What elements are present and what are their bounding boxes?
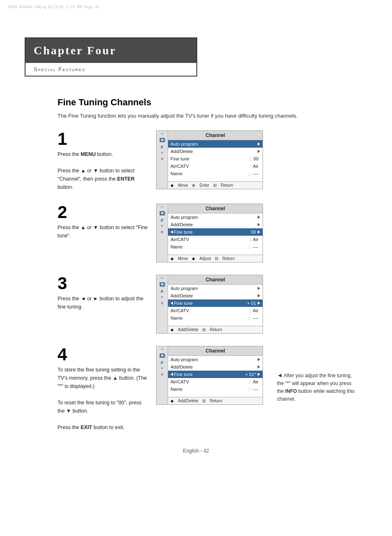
menu-2-footer: ◆Move ◆Adjust ⊟Return [168,255,263,262]
step-4-wrapper: 4 To store the fine tuning setting in th… [58,346,359,432]
menu-row-air-catv-1: Air/CATV : Air [168,162,263,170]
step-3: 3 Press the ◄ or ► button to adjust the … [58,275,359,334]
tv-icon-channel-4: 🔲 [159,353,165,358]
tv-icon-sound-4: 🔊 [160,360,164,364]
step-3-menu: ▭ 🔲 🔊 ✕ ⚙ Channel Auto program Add/Delet… [156,275,263,334]
menu-row-air-2: Air/CATV : Air [168,236,263,243]
menu-row-name-2: Name : ---- [168,243,263,251]
menu-row-add-delete: Add/Delete [168,148,263,155]
tv-icon-channel-3: 🔲 [159,282,165,287]
menu-row-fine-tune-3: Fine tune + 01 [168,299,263,307]
step-4-left: 4 To store the fine tuning setting in th… [58,346,148,432]
menu-row-auto-4: Auto program [168,356,263,363]
chapter-title: Chapter Four [34,44,188,57]
menu-row-name-1: Name : ---- [168,170,263,177]
menu-4-footer: ◆Add/Delete ⊟Return [168,397,263,404]
tv-icon-sound-3: 🔊 [160,289,164,293]
menu-row-name-4: Name : ---- [168,385,263,393]
menu-1-title: Channel [168,131,263,140]
tv-icon-setup-3: ⚙ [161,302,164,305]
tv-icon-setup-2: ⚙ [161,230,164,234]
section-title: Fine Tuning Channels [58,97,359,108]
step-1-number: 1 [58,130,148,148]
menu-row-adddel-2: Add/Delete [168,221,263,228]
main-content: Fine Tuning Channels The Fine Tuning fun… [58,97,359,432]
step-4-main: 4 To store the fine tuning setting in th… [58,346,269,432]
menu-row-adddel-4: Add/Delete [168,363,263,371]
step-1-menu: ▭ 🔲 🔊 ✕ ⚙ Channel Auto program Add/Delet… [156,130,263,189]
menu-row-fine-tune-2: Fine tune 00 [168,228,263,236]
chapter-subtitle: Special Features [34,66,188,72]
step-1-left: 1 Press the MENU button. Press the ▲ or … [58,130,148,191]
menu-row-auto-program: Auto program [168,140,263,148]
tv-icon-tv-2: ▭ [161,205,164,209]
step-3-left: 3 Press the ◄ or ► button to adjust the … [58,275,148,311]
tv-icon-sound-2: 🔊 [160,218,164,222]
menu-row-auto-3: Auto program [168,285,263,292]
step-3-text: Press the ◄ or ► button to adjust the fi… [58,295,148,311]
tv-icon-x-4: ✕ [161,367,164,370]
menu-2-title: Channel [168,204,263,213]
tv-icon-tv-4: ▭ [161,347,164,351]
menu-row-adddel-3: Add/Delete [168,292,263,299]
tv-icon-x-2: ✕ [161,224,164,228]
step-2-menu: ▭ 🔲 🔊 ✕ ⚙ Channel Auto program Add/Delet… [156,204,263,262]
menu-row-air-4: Air/CATV : Air [168,378,263,385]
menu-3-footer: ◆Add/Delete ⊟Return [168,326,263,333]
chapter-header: Chapter Four Special Features [25,37,197,77]
menu-row-fine-tune-4: Fine tune + 01* [168,371,263,378]
menu-row-name-3: Name : ---- [168,314,263,322]
menu-row-auto-2: Auto program [168,213,263,221]
step-2-number: 2 [58,204,148,221]
section-intro: The Fine Tuning function lets you manual… [58,112,337,120]
step-2-left: 2 Press the ▲ or ▼ button to select "Fin… [58,204,148,240]
step-4-side-note: ◄ After you adjust the fine tuning, the … [277,346,359,404]
tv-icon-setup-4: ⚙ [161,373,164,376]
page-number: English - 42 [183,448,209,454]
tv-icon-channel: 🔲 [159,138,165,142]
tv-icon-sound: 🔊 [160,145,164,149]
tv-icon-x-3: ✕ [161,295,164,299]
step-4-number: 4 [58,346,148,363]
tv-icon-channel-2: 🔲 [159,211,165,216]
step-2: 2 Press the ▲ or ▼ button to select "Fin… [58,204,359,262]
menu-3-title: Channel [168,275,263,285]
menu-4-title: Channel [168,346,263,356]
page-footer: English - 42 [0,448,392,454]
step-1-text: Press the MENU button. Press the ▲ or ▼ … [58,150,148,191]
step-1: 1 Press the MENU button. Press the ▲ or … [58,130,359,191]
step-4-menu: ▭ 🔲 🔊 ✕ ⚙ Channel Auto program Add [156,346,263,405]
step-2-text: Press the ▲ or ▼ button to select "Fine … [58,223,148,240]
menu-row-fine-tune-1: Fine tune : 00 [168,155,263,162]
tv-icon-tv: ▭ [161,132,164,135]
step-3-number: 3 [58,275,148,292]
tv-icon-setup: ⚙ [161,157,164,161]
step-4-text: To store the fine tuning setting in the … [58,366,148,432]
tv-icon-x: ✕ [161,151,164,155]
tv-icon-tv-3: ▭ [161,276,164,280]
menu-1-footer: ◆Move ⊕Enter ⊟Return [168,181,263,189]
menu-row-air-3: Air/CATV : Air [168,307,263,314]
doc-header: AA68-03644A-00Eng 6/23/05 2:33 PM Page 4… [0,0,392,13]
